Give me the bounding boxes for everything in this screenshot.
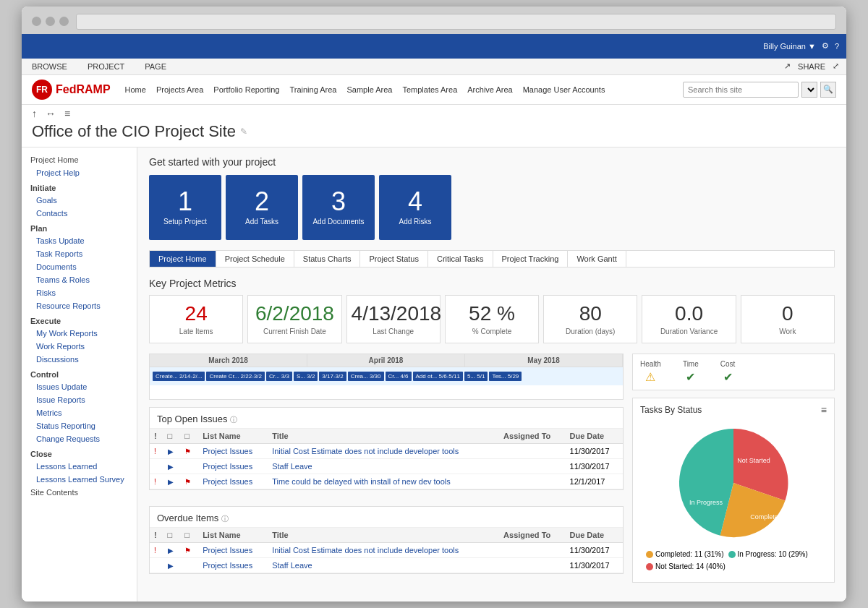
overdue-title-link-1[interactable]: Initial Cost Estimate does not include d…: [272, 546, 459, 555]
search-scope[interactable]: [801, 82, 817, 98]
nav-portfolio-reporting[interactable]: Portfolio Reporting: [213, 85, 279, 94]
nav-templates-area[interactable]: Templates Area: [402, 85, 457, 94]
tab-critical-tasks[interactable]: Critical Tasks: [428, 251, 493, 267]
share-label[interactable]: SHARE: [798, 62, 825, 71]
play-btn-1[interactable]: ▶: [163, 444, 181, 459]
sidebar-item-contacts[interactable]: Contacts: [22, 207, 137, 220]
overdue-items-title-text: Overdue Items: [157, 513, 218, 523]
overdue-col-check2: □: [180, 528, 198, 543]
settings-icon[interactable]: ⚙: [822, 41, 829, 51]
tab-project-status[interactable]: Project Status: [360, 251, 427, 267]
overdue-items-info-icon[interactable]: ⓘ: [221, 515, 229, 523]
fullscreen-icon[interactable]: ⤢: [833, 61, 839, 71]
ribbon-project[interactable]: PROJECT: [85, 61, 127, 72]
issue-title-link-2[interactable]: Staff Leave: [272, 462, 312, 471]
step-card-1[interactable]: 1 Setup Project: [149, 175, 221, 240]
issue-title-link-3[interactable]: Time could be delayed with install of ne…: [272, 477, 451, 486]
flag-1[interactable]: ⚑: [180, 444, 198, 459]
browser-address-bar[interactable]: [76, 14, 836, 30]
sidebar-section-control: Control: [22, 366, 137, 380]
overdue-title-link-2[interactable]: Staff Leave: [272, 561, 312, 570]
help-icon[interactable]: ?: [835, 42, 839, 51]
sidebar-item-lessons-learned-survey[interactable]: Lessons Learned Survey: [22, 473, 137, 486]
sidebar-item-issues-update[interactable]: Issues Update: [22, 380, 137, 393]
tasks-menu-icon[interactable]: ≡: [821, 404, 827, 416]
tab-work-gantt[interactable]: Work Gantt: [568, 251, 626, 267]
page-title-edit-icon[interactable]: ✎: [240, 127, 247, 137]
nav-training-area[interactable]: Training Area: [289, 85, 336, 94]
tab-project-tracking[interactable]: Project Tracking: [493, 251, 569, 267]
play-btn-2[interactable]: ▶: [163, 459, 181, 474]
metric-value-late-items: 24: [154, 303, 238, 325]
site-nav: Home Projects Area Portfolio Reporting T…: [125, 85, 683, 94]
sidebar-item-tasks-update[interactable]: Tasks Update: [22, 234, 137, 247]
sidebar-item-metrics[interactable]: Metrics: [22, 406, 137, 419]
list-name-link-2[interactable]: Project Issues: [203, 462, 252, 471]
nav-sample-area[interactable]: Sample Area: [346, 85, 392, 94]
nav-archive-area[interactable]: Archive Area: [467, 85, 512, 94]
browser-dot-2[interactable]: [46, 17, 55, 26]
nav-manage-accounts[interactable]: Manage User Accounts: [523, 85, 605, 94]
overdue-play-1[interactable]: ▶: [163, 543, 181, 558]
sidebar-item-task-reports[interactable]: Task Reports: [22, 247, 137, 260]
play-btn-3[interactable]: ▶: [163, 474, 181, 489]
user-name[interactable]: Billy Guinan ▼: [763, 42, 816, 51]
sidebar-item-risks[interactable]: Risks: [22, 286, 137, 299]
nav-projects-area[interactable]: Projects Area: [156, 85, 203, 94]
sidebar-item-documents[interactable]: Documents: [22, 260, 137, 273]
top-nav-bar: Billy Guinan ▼ ⚙ ?: [22, 34, 846, 59]
sidebar-item-issue-reports[interactable]: Issue Reports: [22, 393, 137, 406]
flag-3[interactable]: ⚑: [180, 474, 198, 489]
ribbon-page[interactable]: PAGE: [142, 61, 169, 72]
overdue-list-link-1[interactable]: Project Issues: [203, 546, 252, 555]
issue-title-link-1[interactable]: Initial Cost Estimate does not include d…: [272, 447, 459, 455]
edit-icon-sync[interactable]: ↔: [46, 108, 56, 119]
sidebar-item-status-reporting[interactable]: Status Reporting: [22, 419, 137, 432]
edit-icon-list[interactable]: ≡: [64, 108, 70, 119]
overdue-list-link-2[interactable]: Project Issues: [203, 561, 252, 570]
flag-icon-1: ⚑: [184, 448, 191, 455]
edit-icon-upload[interactable]: ↑: [32, 108, 37, 119]
page-edit-icons: ↑ ↔ ≡: [32, 108, 836, 119]
sidebar-item-change-requests[interactable]: Change Requests: [22, 432, 137, 445]
browser-dot-3[interactable]: [59, 17, 69, 26]
step-card-3[interactable]: 3 Add Documents: [302, 175, 375, 240]
sidebar-item-project-help[interactable]: Project Help: [22, 166, 137, 179]
nav-home[interactable]: Home: [125, 85, 146, 94]
browser-dot-1[interactable]: [32, 17, 41, 26]
search-button[interactable]: 🔍: [820, 82, 836, 98]
step-card-2[interactable]: 2 Add Tasks: [226, 175, 298, 240]
open-issue-row-1: ! ▶ ⚑ Project Issues Initial Cost Estima…: [150, 444, 623, 459]
open-issues-info-icon[interactable]: ⓘ: [230, 416, 237, 424]
tasks-panel-header: Tasks By Status ≡: [640, 404, 827, 416]
tab-project-home[interactable]: Project Home: [150, 251, 216, 267]
priority-1: !: [150, 444, 163, 459]
gantt-bar-1: Create... 2/14-2/...: [153, 372, 205, 381]
list-name-link-1[interactable]: Project Issues: [203, 447, 252, 455]
legend-not-started: Not Started: 14 (40%): [646, 562, 726, 570]
health-icon-cost: ✔: [720, 370, 736, 384]
list-name-link-3[interactable]: Project Issues: [203, 477, 252, 486]
ribbon-browse[interactable]: BROWSE: [29, 61, 70, 72]
tab-project-schedule[interactable]: Project Schedule: [216, 251, 294, 267]
site-logo[interactable]: FR FedRAMP: [32, 80, 111, 100]
metric-finish-date: 6/2/2018 Current Finish Date: [247, 295, 341, 344]
sidebar-item-discussions[interactable]: Discussions: [22, 353, 137, 366]
sidebar-item-project-home[interactable]: Project Home: [22, 153, 137, 166]
sidebar-item-teams-roles[interactable]: Teams & Roles: [22, 273, 137, 286]
overdue-flag-1[interactable]: ⚑: [180, 543, 198, 558]
sidebar-item-goals[interactable]: Goals: [22, 194, 137, 207]
overdue-header-row: ! □ □ List Name Title Assigned To Due Da…: [150, 528, 623, 543]
tab-status-charts[interactable]: Status Charts: [294, 251, 361, 267]
sidebar-item-lessons-learned[interactable]: Lessons Learned: [22, 460, 137, 473]
sidebar-item-work-reports[interactable]: Work Reports: [22, 340, 137, 353]
sidebar-item-my-work-reports[interactable]: My Work Reports: [22, 327, 137, 340]
step-card-4[interactable]: 4 Add Risks: [379, 175, 451, 240]
col-check1: □: [163, 429, 181, 444]
sidebar-item-resource-reports[interactable]: Resource Reports: [22, 299, 137, 312]
overdue-play-2[interactable]: ▶: [163, 558, 181, 573]
overdue-col-title: Title: [268, 528, 499, 543]
health-label-cost: Cost: [720, 360, 736, 368]
search-input[interactable]: [683, 82, 799, 98]
sidebar-item-site-contents[interactable]: Site Contents: [22, 486, 137, 499]
